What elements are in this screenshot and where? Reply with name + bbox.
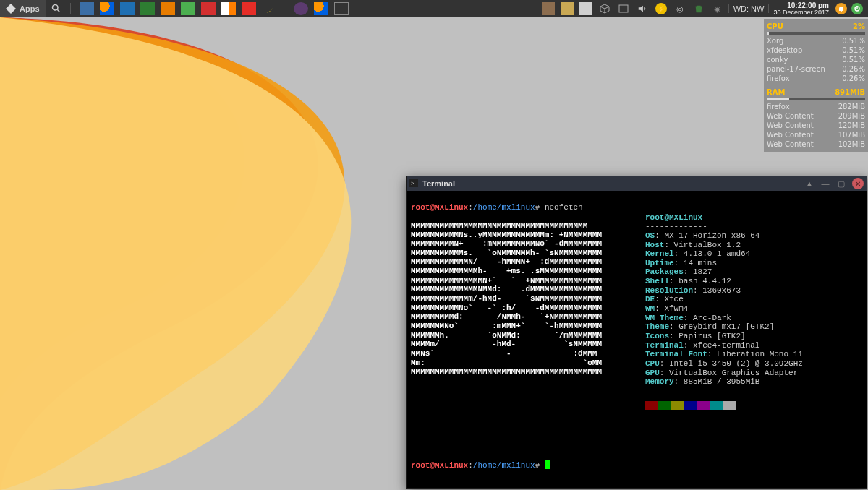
info-os: OS: MX 17 Horizon x86_64 <box>645 231 803 241</box>
volume-icon[interactable] <box>636 2 649 15</box>
workspace-icon[interactable] <box>617 2 630 15</box>
files2-icon[interactable] <box>579 2 592 15</box>
svg-line-2 <box>57 9 59 12</box>
minimize-button[interactable]: — <box>820 179 830 189</box>
note-icon[interactable] <box>561 2 574 15</box>
neofetch-ascii: MMMMMMMMMMMMMMMMMMMMMMMMMMMMMMMMMMMMM MM… <box>411 221 602 376</box>
info-de: DE: Xfce <box>645 295 803 304</box>
sysmon-row: Web Content102MiB <box>767 139 865 149</box>
notification-icon[interactable] <box>835 2 848 15</box>
info-memory: Memory: 885MiB / 3955MiB <box>645 377 803 387</box>
disc2-icon[interactable]: ◉ <box>711 2 724 15</box>
svg-point-1 <box>52 5 58 11</box>
info-resolution: Resolution: 1360x673 <box>645 286 803 296</box>
sysmon-row: conky0.51% <box>767 55 865 64</box>
trash-icon[interactable] <box>692 2 705 15</box>
info-kernel: Kernel: 4.13.0-1-amd64 <box>645 249 803 259</box>
terminal-titlebar[interactable]: >_ Terminal ▲ — ▢ ✕ <box>407 176 867 191</box>
sysmon-row: firefox0.26% <box>767 74 865 83</box>
apps-menu-button[interactable]: Apps <box>0 0 46 17</box>
tasklist <box>289 0 353 17</box>
info-wm: WM: Xfwm4 <box>645 304 803 314</box>
info-terminal-font: Terminal Font: Liberation Mono 11 <box>645 350 803 359</box>
svg-text:>_: >_ <box>411 180 418 186</box>
command-text: neofetch <box>545 203 583 212</box>
system-monitor-overlay: CPU2% Xorg0.51%xfdesktop0.51%conky0.51%p… <box>764 19 868 152</box>
cursor <box>545 460 550 469</box>
info-cpu: CPU: Intel i5-3450 (2) @ 3.092GHz <box>645 359 803 369</box>
book-icon[interactable] <box>80 2 94 15</box>
sysmon-row: xfdesktop0.51% <box>767 46 865 55</box>
info-uptime: Uptime: 14 mins <box>645 259 803 268</box>
info-terminal: Terminal: xfce4-terminal <box>645 341 803 351</box>
terminal-body[interactable]: root@MXLinux:/home/mxlinux# neofetch MMM… <box>407 191 867 488</box>
cpu-bar <box>767 32 865 35</box>
sysmon-row: Web Content120MiB <box>767 121 865 130</box>
thunderbird-icon[interactable] <box>120 2 135 15</box>
wd-indicator[interactable]: WD: NW <box>728 4 770 13</box>
firefox-task-icon[interactable] <box>314 2 328 15</box>
neofetch-info: root@MXLinux ------------- OS: MX 17 Hor… <box>645 204 803 419</box>
color-swatches <box>645 401 803 410</box>
banana-icon[interactable] <box>262 2 276 15</box>
info-wm-theme: WM Theme: Arc-Dark <box>645 314 803 323</box>
info-host: Host: VirtualBox 1.2 <box>645 241 803 250</box>
disc-icon[interactable]: ◎ <box>673 2 686 15</box>
terminal-icon: >_ <box>409 179 418 189</box>
system-tray: ⚡ ◎ ◉ <box>537 0 728 17</box>
session-icon[interactable] <box>851 2 864 15</box>
sysmon-row: Xorg0.51% <box>767 36 865 46</box>
power-icon[interactable]: ⚡ <box>655 2 668 15</box>
ram-bar <box>767 98 865 100</box>
info-shell: Shell: bash 4.4.12 <box>645 277 803 286</box>
info-icons: Icons: Papirus [GTK2] <box>645 332 803 341</box>
info-theme: Theme: Greybird-mx17 [GTK2] <box>645 322 803 332</box>
youtube-icon[interactable] <box>242 2 256 15</box>
terminal-window[interactable]: >_ Terminal ▲ — ▢ ✕ root@MXLinux:/home/m… <box>406 176 867 489</box>
firefox-icon[interactable] <box>100 2 114 15</box>
info-packages: Packages: 1827 <box>645 267 803 277</box>
search-icon[interactable] <box>46 4 66 14</box>
package-icon[interactable] <box>161 2 175 15</box>
apps-menu-label: Apps <box>20 4 40 13</box>
book2-icon[interactable] <box>542 2 555 15</box>
calendar-icon[interactable] <box>201 2 216 15</box>
rollup-button[interactable]: ▲ <box>804 179 814 189</box>
night-mode-icon[interactable] <box>294 2 308 15</box>
clock[interactable]: 10:22:00 pm 30 December 2017 <box>769 2 833 16</box>
info-gpu: GPU: VirtualBox Graphics Adapter <box>645 369 803 378</box>
svg-rect-3 <box>619 5 628 12</box>
vlc-icon[interactable] <box>221 2 236 15</box>
maximize-button[interactable]: ▢ <box>836 179 846 189</box>
top-panel: Apps <box>0 0 868 17</box>
sysmon-row: firefox282MiB <box>767 102 865 111</box>
notes-icon[interactable] <box>181 2 195 15</box>
sysmon-row: Web Content209MiB <box>767 111 865 121</box>
terminal-title: Terminal <box>422 179 455 188</box>
quicklaunch <box>75 0 281 17</box>
sysmon-row: Web Content107MiB <box>767 130 865 139</box>
terminal-task-icon[interactable] <box>334 2 349 15</box>
sysmon-row: panel-17-screen0.26% <box>767 64 865 74</box>
box-icon[interactable] <box>598 2 611 15</box>
close-button[interactable]: ✕ <box>852 178 864 189</box>
files-icon[interactable] <box>140 2 155 15</box>
